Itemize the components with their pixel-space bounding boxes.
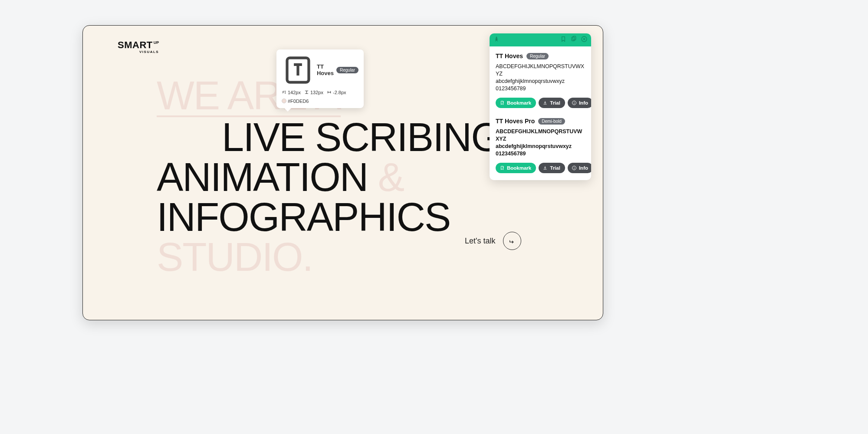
svg-rect-2 — [573, 36, 576, 40]
panel-body: TT Hoves Regular ABCDEFGHIJKLMNOPQRSTUVW… — [490, 46, 591, 180]
font-weight-badge-0: Regular — [526, 53, 549, 59]
info-icon — [572, 100, 577, 105]
tooltip-font-size: 142px — [282, 90, 301, 95]
info-icon — [572, 165, 577, 171]
font-inspector-panel: TT Hoves Regular ABCDEFGHIJKLMNOPQRSTUVW… — [490, 33, 591, 180]
font-name-0: TT Hoves — [496, 53, 523, 59]
font-inspector-tooltip: TT Hoves Regular 142px 132px -2.8px #F0D… — [276, 49, 364, 108]
logo-sub: VISUALS — [139, 50, 159, 54]
info-button-0[interactable]: Info — [568, 98, 591, 108]
tooltip-letter-spacing: -2.8px — [327, 90, 346, 95]
svg-point-7 — [574, 167, 574, 167]
font-specimen-1: ABCDEFGHIJKLMNOPQRSTUVWXYZ abcdefghijklm… — [496, 128, 585, 158]
hero-line-3a: ANIMATION — [157, 155, 378, 199]
font-weight-badge-1: Demi-bold — [538, 118, 565, 125]
font-specimen-0: ABCDEFGHIJKLMNOPQRSTUVWXYZ abcdefghijklm… — [496, 63, 585, 92]
tooltip-line-height: 132px — [304, 90, 323, 95]
arrow-icon — [509, 237, 516, 244]
cta-arrow-button[interactable] — [503, 232, 521, 250]
font-block-1: TT Hoves Pro Demi-bold ABCDEFGHIJKLMNOPQ… — [496, 118, 585, 173]
bookmark-icon — [500, 100, 505, 105]
bookmark-button-0[interactable]: Bookmark — [496, 98, 536, 108]
info-button-1[interactable]: Info — [568, 163, 591, 173]
logo-sup: UP — [154, 40, 159, 45]
hero-ampersand: & — [378, 155, 404, 199]
hero-line-2: LIVE SCRIBING — [222, 117, 501, 157]
copy-icon[interactable] — [570, 36, 577, 44]
font-icon — [282, 54, 314, 86]
panel-logo-icon[interactable] — [493, 36, 500, 44]
bookmark-list-icon[interactable] — [560, 36, 567, 44]
bookmark-button-1[interactable]: Bookmark — [496, 163, 536, 173]
cta-label: Let's talk — [465, 237, 495, 246]
bookmark-icon — [500, 165, 505, 171]
svg-rect-1 — [572, 37, 575, 41]
letter-spacing-icon — [327, 90, 332, 95]
hero-line-3: ANIMATION & — [157, 157, 501, 197]
tooltip-weight-badge: Regular — [336, 67, 358, 73]
close-icon[interactable] — [581, 36, 588, 44]
font-block-0: TT Hoves Regular ABCDEFGHIJKLMNOPQRSTUVW… — [496, 53, 585, 108]
line-height-icon — [304, 90, 309, 95]
trial-button-1[interactable]: Trial — [539, 163, 565, 173]
font-name-1: TT Hoves Pro — [496, 118, 535, 125]
tooltip-font-name: TT Hoves — [317, 63, 334, 76]
cta-lets-talk[interactable]: Let's talk — [465, 232, 521, 250]
hero-line-5: STUDIO. — [157, 237, 501, 277]
logo-main: SMART — [118, 39, 153, 51]
svg-point-5 — [574, 102, 574, 102]
brand-logo[interactable]: SMART UP VISUALS — [118, 39, 159, 54]
hero-line-4: INFOGRAPHICS — [157, 197, 501, 237]
font-size-icon — [282, 90, 286, 95]
color-swatch-icon — [282, 99, 286, 103]
tooltip-color: #F0DED6 — [282, 99, 309, 104]
panel-header — [490, 33, 591, 46]
download-icon — [542, 165, 548, 171]
download-icon — [542, 100, 548, 105]
trial-button-0[interactable]: Trial — [539, 98, 565, 108]
